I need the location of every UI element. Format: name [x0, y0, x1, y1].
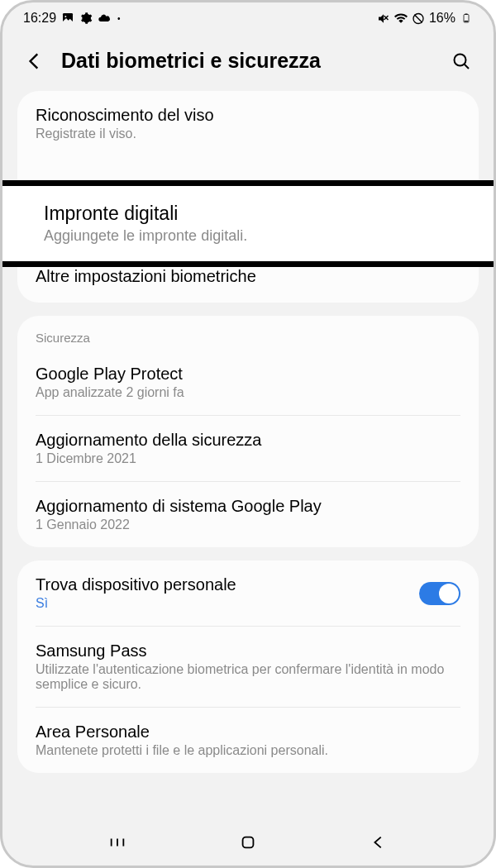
- settings-icon: [79, 12, 93, 25]
- device-card: Trova dispositivo personale Sì Samsung P…: [17, 560, 479, 773]
- face-recognition-item[interactable]: Riconoscimento del viso Registrate il vi…: [17, 91, 479, 156]
- status-bar: 16:29 • 16%: [2, 2, 494, 34]
- svg-rect-12: [243, 837, 254, 848]
- security-card: Sicurezza Google Play Protect App analiz…: [17, 316, 479, 547]
- item-title: Riconoscimento del viso: [36, 106, 460, 125]
- item-title: Area Personale: [36, 723, 460, 742]
- section-header: Sicurezza: [17, 316, 479, 350]
- item-title: Trova dispositivo personale: [36, 575, 419, 594]
- gallery-icon: [61, 12, 74, 25]
- item-subtitle: 1 Gennaio 2022: [36, 517, 460, 532]
- fingerprint-item[interactable]: Impronte digitali Aggiungete le impronte…: [2, 186, 494, 261]
- item-status: Sì: [36, 596, 419, 611]
- svg-point-1: [64, 16, 66, 17]
- status-time: 16:29: [23, 11, 56, 26]
- nav-back-button[interactable]: [367, 831, 390, 854]
- item-title: Google Play Protect: [36, 365, 460, 384]
- battery-icon: [460, 12, 473, 25]
- item-title: Aggiornamento di sistema Google Play: [36, 497, 460, 516]
- wifi-icon: [394, 12, 408, 25]
- item-subtitle: Registrate il viso.: [36, 126, 460, 141]
- item-title: Impronte digitali: [44, 203, 456, 225]
- cloud-icon: [98, 12, 111, 25]
- find-device-item[interactable]: Trova dispositivo personale Sì: [17, 560, 479, 626]
- page-title: Dati biometrici e sicurezza: [61, 49, 435, 73]
- item-title: Aggiornamento della sicurezza: [36, 431, 460, 450]
- play-protect-item[interactable]: Google Play Protect App analizzate 2 gio…: [17, 350, 479, 415]
- svg-rect-6: [465, 21, 469, 21]
- no-sim-icon: [412, 12, 425, 25]
- header: Dati biometrici e sicurezza: [2, 34, 494, 91]
- google-system-update-item[interactable]: Aggiornamento di sistema Google Play 1 G…: [17, 482, 479, 547]
- find-device-toggle[interactable]: [419, 582, 460, 605]
- back-button[interactable]: [23, 50, 46, 73]
- more-icon: •: [117, 14, 121, 23]
- item-title: Samsung Pass: [36, 641, 460, 661]
- security-update-item[interactable]: Aggiornamento della sicurezza 1 Dicembre…: [17, 416, 479, 481]
- svg-line-8: [465, 64, 470, 69]
- mute-icon: [377, 12, 390, 25]
- phone-frame: 16:29 • 16%: [0, 0, 496, 868]
- item-subtitle: Aggiungete le impronte digitali.: [44, 227, 456, 245]
- highlighted-callout: Impronte digitali Aggiungete le impronte…: [2, 180, 494, 267]
- recents-button[interactable]: [106, 831, 129, 854]
- item-subtitle: Mantenete protetti i file e le applicazi…: [36, 743, 460, 758]
- item-title: Altre impostazioni biometriche: [36, 267, 460, 286]
- svg-point-7: [455, 54, 466, 65]
- home-button[interactable]: [236, 831, 260, 854]
- samsung-pass-item[interactable]: Samsung Pass Utilizzate l'autenticazione…: [17, 627, 479, 707]
- search-button[interactable]: [450, 50, 473, 73]
- item-subtitle: Utilizzate l'autenticazione biometrica p…: [36, 662, 460, 692]
- item-subtitle: App analizzate 2 giorni fa: [36, 385, 460, 400]
- secure-folder-item[interactable]: Area Personale Mantenete protetti i file…: [17, 708, 479, 773]
- item-subtitle: 1 Dicembre 2021: [36, 451, 460, 466]
- svg-line-3: [414, 14, 422, 21]
- navigation-bar: [2, 819, 494, 866]
- battery-percent: 16%: [429, 11, 455, 26]
- svg-rect-5: [465, 14, 468, 15]
